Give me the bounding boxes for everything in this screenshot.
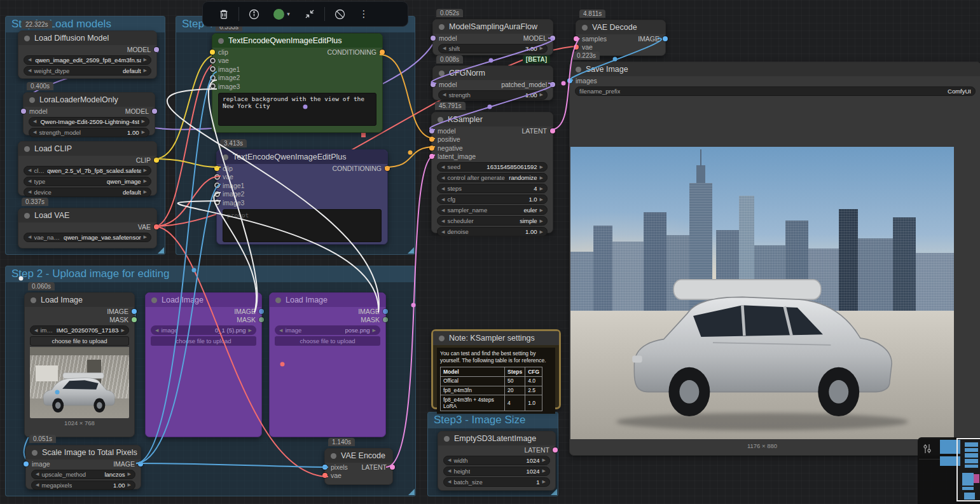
next-arrow[interactable]: ▶: [144, 179, 147, 184]
batch-size-widget[interactable]: ◀batch_size1▶: [443, 477, 550, 487]
unet-name-combo[interactable]: ◀qwen_image_edit_2509_fp8_e4m3fn.safete …: [24, 55, 151, 65]
height-widget[interactable]: ◀height1024▶: [443, 467, 550, 476]
image-output-port[interactable]: [259, 309, 264, 314]
prev-arrow[interactable]: ◀: [28, 168, 31, 173]
node-title-bar[interactable]: TextEncodeQwenImageEditPlus: [212, 34, 382, 48]
prev-arrow[interactable]: ◀: [441, 175, 445, 180]
choose-file-button[interactable]: choose file to upload: [30, 336, 129, 346]
vae-input-port[interactable]: [210, 58, 216, 64]
node-title-bar[interactable]: CFGNorm: [433, 66, 553, 80]
image2-input-port[interactable]: [214, 191, 220, 197]
image-output-port[interactable]: [138, 461, 143, 467]
node-scale-image[interactable]: 0.051s Scale Image to Total Pixels image…: [25, 445, 141, 489]
prev-arrow[interactable]: ◀: [448, 479, 451, 484]
prev-arrow[interactable]: ◀: [36, 482, 39, 487]
prev-arrow[interactable]: ◀: [448, 468, 451, 473]
positive-input-port[interactable]: [429, 137, 434, 142]
next-arrow[interactable]: ▶: [540, 165, 543, 170]
node-graph-canvas[interactable]: Step1 - Load models Step 4 Step 2 - Uplo…: [0, 0, 980, 504]
width-widget[interactable]: ◀width1024▶: [443, 456, 550, 465]
steps-widget[interactable]: ◀steps4▶: [437, 184, 548, 193]
node-title-bar[interactable]: Load Diffusion Model: [18, 31, 156, 45]
vae-name-combo[interactable]: ◀vae_nameqwen_image_vae.safetensors▶: [24, 233, 151, 242]
next-arrow[interactable]: ▶: [144, 235, 147, 240]
node-title-bar[interactable]: Load CLIP: [18, 142, 156, 156]
prev-arrow[interactable]: ◀: [279, 328, 282, 333]
filename-prefix-widget[interactable]: filename_prefixComfyUI: [575, 86, 976, 96]
prev-arrow[interactable]: ◀: [33, 130, 36, 135]
clip-output-port[interactable]: [154, 158, 159, 163]
model-output-port[interactable]: [154, 47, 159, 52]
collapse-button[interactable]: [303, 8, 316, 20]
type-combo[interactable]: ◀typeqwen_image▶: [24, 177, 151, 186]
collapse-dot-icon[interactable]: [331, 453, 336, 459]
next-arrow[interactable]: ▶: [142, 130, 145, 135]
strength-model-widget[interactable]: ◀strength_model1.00▶: [29, 128, 149, 137]
prev-arrow[interactable]: ◀: [441, 219, 445, 224]
conditioning-output-port[interactable]: [380, 50, 385, 55]
collapse-dot-icon[interactable]: [444, 436, 450, 442]
prev-arrow[interactable]: ◀: [28, 189, 31, 194]
next-arrow[interactable]: ▶: [540, 208, 543, 213]
node-title-bar[interactable]: ModelSamplingAuraFlow: [433, 20, 553, 34]
weight-dtype-combo[interactable]: ◀weight_dtypedefault▶: [24, 66, 151, 76]
choose-file-button[interactable]: choose file to upload: [151, 336, 256, 346]
strength-widget[interactable]: ◀strength1.00▶: [438, 90, 548, 100]
image3-input-port[interactable]: [214, 200, 220, 205]
pixels-input-port[interactable]: [322, 465, 328, 470]
conditioning-output-port[interactable]: [385, 166, 390, 171]
prev-arrow[interactable]: ◀: [443, 46, 446, 51]
scheduler-widget[interactable]: ◀schedulersimple▶: [437, 216, 548, 226]
next-arrow[interactable]: ▶: [249, 328, 252, 333]
collapse-dot-icon[interactable]: [24, 213, 30, 219]
next-arrow[interactable]: ▶: [540, 46, 543, 51]
collapse-dot-icon[interactable]: [31, 297, 36, 303]
collapse-dot-icon[interactable]: [582, 25, 588, 31]
node-title-bar[interactable]: Load Image: [270, 293, 385, 307]
node-text-encode-positive[interactable]: 6.353s TextEncodeQwenImageEditPlus clipC…: [212, 33, 383, 133]
node-model-sampling-auraflow[interactable]: 0.052s ModelSamplingAuraFlow modelMODEL …: [432, 19, 553, 55]
clip-name-combo[interactable]: ◀cli ...qwen_2.5_vl_7b_fp8_scaled.safete…: [24, 166, 151, 175]
model-input-port[interactable]: [21, 109, 26, 114]
node-title-bar[interactable]: Note: KSampler settings: [433, 331, 559, 345]
minimap-viewport[interactable]: [956, 438, 980, 501]
node-title-bar[interactable]: Load Image: [146, 293, 261, 307]
image-combo[interactable]: ◀imagepose.png▶: [275, 325, 380, 335]
model-input-port[interactable]: [429, 128, 434, 133]
node-title-bar[interactable]: EmptySD3LatentImage: [438, 432, 555, 446]
shift-widget[interactable]: ◀shift3.00▶: [438, 44, 548, 53]
node-title-bar[interactable]: Scale Image to Total Pixels: [26, 446, 141, 460]
clip-input-port[interactable]: [210, 50, 215, 55]
sampler-name-widget[interactable]: ◀sampler_nameeuler▶: [437, 205, 548, 215]
model-output-port[interactable]: [550, 36, 555, 41]
collapse-dot-icon[interactable]: [439, 71, 445, 76]
cfg-widget[interactable]: ◀cfg1.0▶: [437, 194, 548, 204]
selection-toolbar[interactable]: ▾ ⋮: [202, 1, 408, 27]
prev-arrow[interactable]: ◀: [448, 458, 451, 463]
lora-name-combo[interactable]: ◀Qwen-Image-Edit-2509-Lightning-4step ..…: [29, 117, 149, 126]
next-arrow[interactable]: ▶: [144, 168, 147, 173]
image-combo[interactable]: ◀imageIMG_20250705_171834.jpg▶: [30, 325, 129, 335]
node-title-bar[interactable]: TextEncodeQwenImageEditPlus: [217, 150, 387, 164]
uploaded-image-preview[interactable]: [30, 347, 129, 418]
node-title-bar[interactable]: VAE Decode: [576, 20, 665, 34]
prev-arrow[interactable]: ◀: [28, 68, 31, 73]
prev-arrow[interactable]: ◀: [441, 229, 445, 235]
node-load-clip[interactable]: Load CLIP CLIP ◀cli ...qwen_2.5_vl_7b_fp…: [18, 141, 157, 196]
denoise-widget[interactable]: ◀denoise1.00▶: [437, 227, 548, 236]
node-save-image[interactable]: 0.223s Save Image images filename_prefix…: [569, 62, 980, 456]
group-step2-title[interactable]: Step 2 - Upload image for editing: [6, 266, 415, 282]
node-title-bar[interactable]: LoraLoaderModelOnly: [24, 93, 155, 107]
node-load-image-3-bypassed[interactable]: Load Image IMAGE MASK ◀imagepose.png▶ ch…: [269, 292, 386, 437]
patched-model-output-port[interactable]: [550, 82, 555, 87]
node-lora-loader[interactable]: 0.400s LoraLoaderModelOnly modelMODEL ◀Q…: [23, 92, 155, 135]
next-arrow[interactable]: ▶: [540, 92, 543, 97]
prev-arrow[interactable]: ◀: [36, 472, 39, 477]
node-load-image-1[interactable]: 0.060s Load Image IMAGE MASK ◀imageIMG_2…: [24, 292, 135, 437]
collapse-dot-icon[interactable]: [439, 336, 445, 341]
status-color-picker[interactable]: ▾: [272, 8, 292, 20]
collapse-dot-icon[interactable]: [24, 146, 30, 152]
next-arrow[interactable]: ▶: [144, 68, 147, 73]
prev-arrow[interactable]: ◀: [34, 328, 38, 333]
minimap-panel[interactable]: [918, 437, 980, 504]
